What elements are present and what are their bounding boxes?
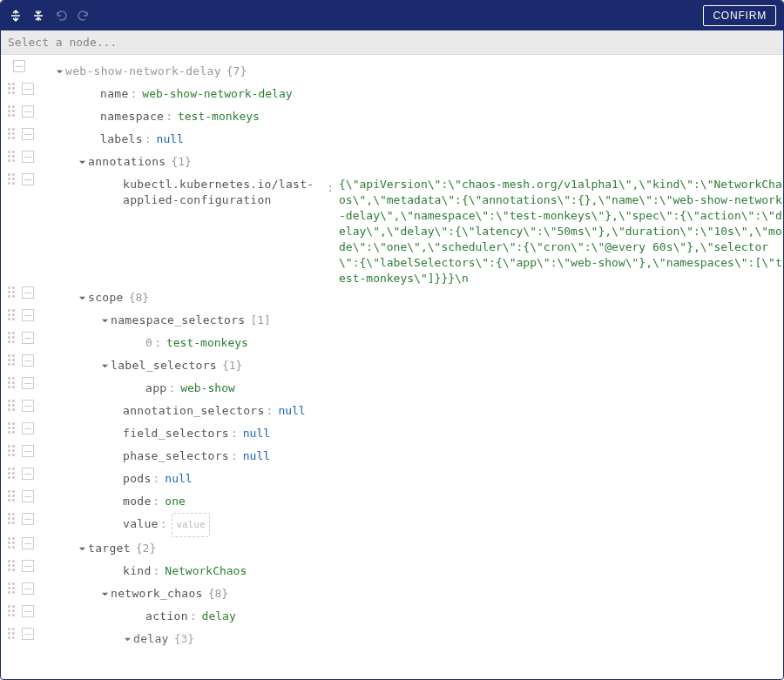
node-menu-icon[interactable] — [22, 83, 34, 95]
node-menu-icon[interactable] — [22, 605, 34, 617]
caret-down-icon[interactable] — [76, 537, 88, 560]
node-value[interactable]: null — [243, 422, 270, 445]
tree-row-root: web-show-network-delay {7} — [4, 60, 783, 83]
drag-handle-icon[interactable] — [8, 173, 17, 185]
node-key[interactable]: annotations — [88, 151, 166, 173]
caret-down-icon[interactable] — [121, 628, 133, 650]
drag-handle-icon[interactable] — [8, 628, 17, 640]
search-bar[interactable] — [1, 30, 783, 55]
drag-handle-icon[interactable] — [8, 422, 17, 434]
tree-row: name: web-show-network-delay — [4, 83, 783, 105]
node-value[interactable]: web-show-network-delay — [142, 83, 292, 105]
node-value[interactable]: test-monkeys — [166, 332, 248, 354]
node-key[interactable]: web-show-network-delay — [65, 60, 221, 83]
drag-handle-icon[interactable] — [8, 377, 17, 389]
node-value[interactable]: {\"apiVersion\":\"chaos-mesh.org/v1alpha… — [339, 173, 783, 286]
node-key[interactable]: field_selectors — [123, 422, 229, 445]
node-key[interactable]: action — [145, 605, 188, 628]
node-menu-icon[interactable] — [22, 400, 34, 412]
drag-handle-icon[interactable] — [8, 332, 17, 344]
drag-handle-icon[interactable] — [8, 354, 17, 367]
tree-row: target {2} — [4, 537, 783, 560]
node-key[interactable]: value — [123, 513, 159, 535]
node-menu-icon[interactable] — [22, 151, 34, 163]
node-menu-icon[interactable] — [13, 60, 25, 72]
drag-handle-icon[interactable] — [8, 582, 17, 595]
drag-handle-icon[interactable] — [8, 605, 17, 617]
drag-handle-icon[interactable] — [8, 560, 17, 572]
drag-handle-icon[interactable] — [8, 400, 17, 412]
node-key[interactable]: mode — [123, 490, 152, 513]
node-menu-icon[interactable] — [22, 354, 34, 367]
node-count: [1] — [250, 309, 270, 332]
node-key[interactable]: app — [145, 377, 166, 400]
drag-handle-icon[interactable] — [8, 468, 17, 480]
caret-down-icon[interactable] — [53, 60, 65, 83]
node-menu-icon[interactable] — [22, 560, 34, 572]
node-menu-icon[interactable] — [22, 332, 34, 344]
node-menu-icon[interactable] — [22, 537, 34, 549]
node-menu-icon[interactable] — [22, 105, 34, 118]
caret-down-icon[interactable] — [98, 582, 111, 605]
drag-handle-icon[interactable] — [8, 286, 17, 299]
drag-handle-icon[interactable] — [8, 513, 17, 525]
collapse-all-icon[interactable] — [30, 8, 46, 24]
node-menu-icon[interactable] — [22, 377, 34, 389]
node-key[interactable]: network_chaos — [111, 582, 203, 605]
node-key[interactable]: scope — [88, 286, 124, 309]
node-value[interactable]: null — [157, 128, 184, 151]
drag-handle-icon[interactable] — [8, 83, 17, 95]
node-menu-icon[interactable] — [22, 468, 34, 480]
drag-handle-icon[interactable] — [8, 151, 17, 163]
drag-handle-icon[interactable] — [8, 105, 17, 118]
tree-row: labels: null — [4, 128, 783, 151]
node-menu-icon[interactable] — [22, 628, 34, 640]
node-key[interactable]: namespace_selectors — [111, 309, 245, 332]
caret-down-icon[interactable] — [76, 151, 88, 173]
node-value[interactable]: null — [165, 468, 192, 490]
drag-handle-icon[interactable] — [8, 309, 17, 321]
drag-handle-icon[interactable] — [8, 537, 17, 549]
node-key[interactable]: target — [88, 537, 131, 560]
node-key[interactable]: 0 — [145, 332, 152, 354]
node-key[interactable]: labels — [100, 128, 143, 151]
node-menu-icon[interactable] — [22, 445, 34, 457]
tree-row: kubectl.kubernetes.io/last-applied-confi… — [4, 173, 783, 286]
caret-down-icon[interactable] — [98, 309, 111, 332]
node-value[interactable]: NetworkChaos — [165, 560, 247, 582]
node-key[interactable]: kind — [123, 560, 152, 582]
caret-down-icon[interactable] — [76, 286, 88, 309]
search-input[interactable] — [8, 36, 776, 49]
node-menu-icon[interactable] — [22, 309, 34, 321]
node-menu-icon[interactable] — [22, 128, 34, 140]
node-value[interactable]: one — [165, 490, 185, 513]
node-key[interactable]: phase_selectors — [123, 445, 229, 468]
node-value[interactable]: test-monkeys — [178, 105, 260, 128]
confirm-button[interactable]: CONFIRM — [703, 5, 776, 26]
node-menu-icon[interactable] — [22, 582, 34, 595]
node-key[interactable]: namespace — [100, 105, 164, 128]
caret-down-icon[interactable] — [98, 354, 111, 377]
node-menu-icon[interactable] — [22, 490, 34, 502]
node-value[interactable]: delay — [202, 605, 236, 628]
node-key[interactable]: annotation_selectors — [123, 400, 265, 422]
node-key[interactable]: kubectl.kubernetes.io/last-applied-confi… — [123, 173, 325, 208]
node-value[interactable]: web-show — [180, 377, 235, 400]
drag-handle-icon[interactable] — [8, 445, 17, 457]
tree-row: app: web-show — [4, 377, 783, 400]
node-menu-icon[interactable] — [22, 513, 34, 525]
node-menu-icon[interactable] — [22, 286, 34, 299]
node-key[interactable]: label_selectors — [111, 354, 217, 377]
expand-all-icon[interactable] — [8, 8, 24, 24]
node-value[interactable]: null — [278, 400, 305, 422]
tree-row: network_chaos {8} — [4, 582, 783, 605]
node-key[interactable]: delay — [133, 628, 169, 650]
node-value[interactable]: null — [243, 445, 270, 468]
node-menu-icon[interactable] — [22, 173, 34, 185]
node-menu-icon[interactable] — [22, 422, 34, 434]
node-value-placeholder[interactable]: value — [172, 513, 209, 537]
drag-handle-icon[interactable] — [8, 490, 17, 502]
drag-handle-icon[interactable] — [8, 128, 17, 140]
node-key[interactable]: name — [100, 83, 129, 105]
node-key[interactable]: pods — [123, 468, 152, 490]
